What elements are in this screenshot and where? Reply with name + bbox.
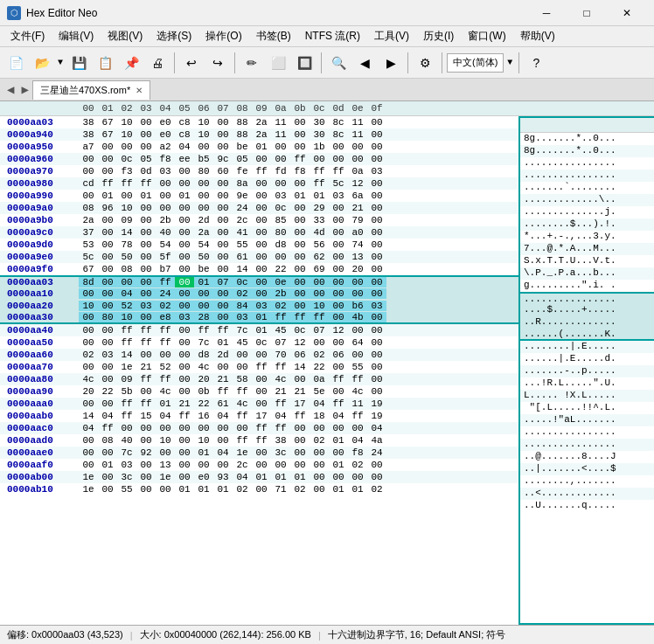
menu-item-i[interactable]: 历史(I) [416,27,461,45]
hex-byte[interactable]: 00 [329,142,348,152]
hex-byte[interactable]: 00 [175,215,194,225]
hex-byte[interactable]: 67 [98,117,117,128]
hex-byte[interactable]: 70 [271,350,290,360]
hex-byte[interactable]: 00 [175,301,194,311]
hex-byte[interactable]: ff [136,374,156,384]
hex-byte[interactable]: 04 [233,472,252,482]
hex-byte[interactable]: 0c [271,203,290,213]
hex-byte[interactable]: 00 [329,239,348,250]
hex-byte[interactable]: 62 [310,252,329,262]
hex-byte[interactable]: 00 [290,301,310,311]
hex-byte[interactable]: 00 [252,215,271,225]
hex-byte[interactable]: 00 [367,178,386,189]
hex-byte[interactable]: 00 [310,277,329,287]
hex-byte[interactable]: ff [310,178,329,189]
hex-byte[interactable]: 00 [367,362,386,372]
hex-byte[interactable]: 04 [156,411,175,421]
hex-byte[interactable]: 00 [156,484,175,495]
hex-byte[interactable]: 00 [79,447,98,458]
hex-byte[interactable]: 3c [117,472,136,482]
menu-item-v[interactable]: 编辑(V) [52,27,101,45]
hex-byte[interactable]: 2b [271,288,290,299]
hex-byte[interactable]: 00 [79,312,98,322]
hex-byte[interactable]: 9c [213,154,233,164]
hex-byte[interactable]: 74 [348,239,367,250]
hex-byte[interactable]: ff [98,423,117,433]
hex-byte[interactable]: 54 [156,239,175,250]
hex-row[interactable]: 0000aaa00000ffff012122614c00ff1704ff1119 [0,398,518,410]
hex-byte[interactable]: 04 [310,398,329,409]
hex-byte[interactable]: 00 [290,460,310,470]
hex-byte[interactable]: cd [79,178,98,189]
hex-byte[interactable]: 00 [367,239,386,250]
hex-byte[interactable]: ff [98,178,117,189]
hex-byte[interactable]: 52 [156,362,175,372]
hex-byte[interactable]: 8d [79,277,98,287]
hex-byte[interactable]: 01 [175,484,194,495]
hex-row[interactable]: 0000aa804c0009ffff00202158004c000affff00 [0,373,518,385]
edit-button[interactable]: ✏ [240,51,264,75]
hex-byte[interactable]: 38 [79,129,98,140]
hex-byte[interactable]: 00 [175,264,194,274]
hex-byte[interactable]: 02 [310,435,329,446]
hex-byte[interactable]: 00 [290,178,310,189]
hex-byte[interactable]: 14 [233,264,252,274]
tab-nav-left[interactable]: ◀ [3,82,17,97]
hex-byte[interactable]: 00 [252,203,271,213]
hex-byte[interactable]: 00 [233,362,252,372]
hex-byte[interactable]: 84 [233,301,252,311]
hex-byte[interactable]: ff [117,411,136,421]
hex-byte[interactable]: 00 [252,398,271,409]
hex-byte[interactable]: 00 [290,203,310,213]
hex-byte[interactable]: 8c [329,129,348,140]
hex-byte[interactable]: 02 [233,484,252,495]
hex-byte[interactable]: 0b [194,386,213,397]
hex-byte[interactable]: 00 [367,325,386,336]
hex-byte[interactable]: 00 [329,203,348,213]
hex-byte[interactable]: 09 [117,374,136,384]
hex-byte[interactable]: 67 [98,129,117,140]
hex-byte[interactable]: 00 [175,435,194,446]
hex-byte[interactable]: 01 [329,484,348,495]
hex-byte[interactable]: 1e [156,472,175,482]
hex-byte[interactable]: 09 [117,215,136,225]
hex-byte[interactable]: 1e [233,447,252,458]
hex-byte[interactable]: 13 [348,252,367,262]
hex-byte[interactable]: 14 [117,350,136,360]
hex-byte[interactable]: ff [117,337,136,348]
hex-byte[interactable]: 00 [213,142,233,152]
hex-byte[interactable]: 30 [310,129,329,140]
hex-byte[interactable]: 07 [213,277,233,287]
hex-byte[interactable]: 00 [213,435,233,446]
hex-byte[interactable]: 11 [348,398,367,409]
hex-byte[interactable]: 00 [79,398,98,409]
hex-byte[interactable]: 00 [271,154,290,164]
hex-byte[interactable]: 00 [329,362,348,372]
hex-byte[interactable]: 04 [213,411,233,421]
hex-byte[interactable]: 03 [117,460,136,470]
hex-byte[interactable]: 00 [213,190,233,201]
hex-byte[interactable]: 00 [233,350,252,360]
hex-byte[interactable]: 2a [79,215,98,225]
hex-byte[interactable]: 00 [136,227,156,238]
hex-row[interactable]: 0000aa10000004002400000002002b0000000000 [0,287,518,300]
tab-close-0[interactable]: ✕ [136,86,143,95]
hex-byte[interactable]: 03 [98,350,117,360]
hex-byte[interactable]: 00 [156,178,175,189]
hex-byte[interactable]: 00 [136,386,156,397]
hex-byte[interactable]: 0c [233,277,252,287]
menu-item-s[interactable]: 选择(S) [150,27,198,45]
hex-byte[interactable]: 00 [98,288,117,299]
hex-byte[interactable]: 00 [79,288,98,299]
hex-byte[interactable]: 00 [367,312,386,322]
hex-byte[interactable]: ff [117,178,136,189]
hex-byte[interactable]: ff [117,325,136,336]
hex-byte[interactable]: ff [252,362,271,372]
hex-byte[interactable]: 00 [329,337,348,348]
hex-byte[interactable]: 22 [98,386,117,397]
hex-byte[interactable]: 04 [175,142,194,152]
hex-byte[interactable]: ff [329,166,348,177]
hex-byte[interactable]: 61 [213,398,233,409]
hex-byte[interactable]: ff [252,423,271,433]
hex-byte[interactable]: 5b [117,386,136,397]
